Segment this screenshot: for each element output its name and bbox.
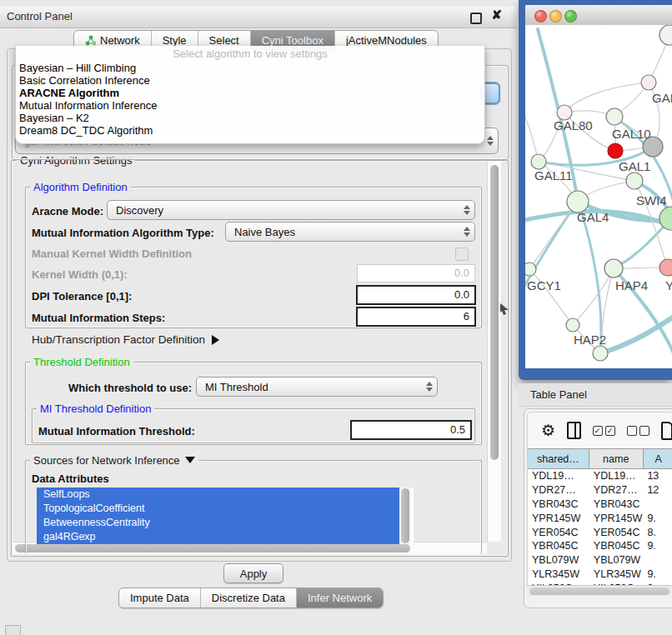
table-hscrollbar[interactable] [527, 585, 672, 597]
hub-definition-toggle[interactable]: Hub/Transcription Factor Definition [32, 333, 219, 346]
table-cell: YLR345W [528, 568, 589, 580]
column-header[interactable]: shared… [528, 449, 589, 468]
network-node[interactable] [608, 143, 623, 158]
network-node[interactable] [659, 25, 672, 45]
attribute-item-selected[interactable]: gal4RGexp [37, 530, 404, 544]
table-cell: YPR145W [528, 512, 589, 524]
network-window-titlebar[interactable] [525, 5, 672, 26]
table-cell: 9. [643, 512, 672, 524]
network-node[interactable] [531, 154, 546, 169]
sources-title-text: Sources for Network Inference [33, 454, 180, 467]
algorithm-option[interactable]: Dream8 DC_TDC Algorithm [16, 124, 484, 137]
settings-vscrollbar[interactable] [487, 162, 501, 542]
mouse-cursor [500, 303, 509, 315]
node-label: GAL4 [577, 210, 609, 224]
which-threshold-combobox[interactable]: MI Threshold [196, 377, 438, 397]
table-cell: YDL19… [528, 470, 589, 482]
manual-kernel-checkbox[interactable] [455, 248, 469, 261]
tab-infer-network[interactable]: Infer Network [296, 588, 383, 608]
mi-steps-field[interactable]: 6 [356, 307, 476, 327]
tab-label: Cyni Toolbox [262, 34, 323, 47]
columns-icon[interactable] [567, 422, 581, 439]
table-row[interactable]: YDL19…YDL19…13 [528, 469, 672, 483]
checked-boxes-icon[interactable]: ✓✓ [593, 426, 615, 436]
attributes-vscrollbar[interactable] [399, 488, 411, 544]
table-header-row: shared…nameA [528, 448, 672, 469]
table-cell: YDR27… [528, 484, 589, 496]
chevron-updown-icon [426, 382, 433, 392]
dpi-tolerance-label: DPI Tolerance [0,1]: [32, 290, 132, 302]
which-threshold-label: Which threshold to use: [68, 382, 192, 394]
data-attributes-list: SelfLoopsTopologicalCoefficientBetweenne… [37, 488, 414, 544]
table-cell: YBL079W [528, 554, 589, 566]
table-row[interactable]: YBL079WYBL079W [528, 553, 672, 568]
close-traffic-light[interactable] [534, 10, 547, 22]
network-node[interactable] [659, 259, 672, 276]
algorithm-option[interactable]: Mutual Information Inference [16, 99, 484, 112]
algorithm-option[interactable]: Bayesian – Hill Climbing [16, 62, 484, 74]
table-cell: YBR045C [528, 540, 589, 552]
minimize-traffic-light[interactable] [549, 10, 562, 22]
tab-label: Select [209, 34, 239, 47]
column-header[interactable]: name [589, 449, 644, 468]
network-node[interactable] [593, 346, 608, 361]
table-row[interactable]: YPR145WYPR145W9. [528, 511, 672, 525]
node-label: GAL10 [612, 127, 651, 141]
kernel-width-field[interactable]: 0.0 [357, 264, 475, 282]
table-cell: YER054C [528, 527, 589, 538]
column-header[interactable]: A [644, 449, 672, 468]
unchecked-boxes-icon[interactable] [627, 426, 649, 436]
collapsed-arrow-icon [212, 335, 219, 345]
mi-type-combobox[interactable]: Naive Bayes [225, 222, 475, 242]
zoom-traffic-light[interactable] [564, 10, 577, 22]
network-node[interactable] [525, 262, 536, 276]
mi-threshold-field[interactable]: 0.5 [350, 420, 472, 440]
apply-button[interactable]: Apply [223, 563, 283, 583]
table-row[interactable]: YDR27…YDR27…12 [528, 483, 672, 498]
attribute-item-selected[interactable]: TopologicalCoefficient [37, 502, 404, 516]
node-label: HAP4 [615, 278, 648, 292]
node-label: GAL80 [554, 118, 593, 132]
table-panel-title: Table Panel [530, 388, 587, 401]
aracne-mode-combobox[interactable]: Discovery [107, 200, 475, 220]
network-node[interactable] [659, 207, 672, 230]
network-node[interactable] [604, 259, 623, 278]
network-node[interactable] [606, 108, 623, 125]
algorithm-option[interactable]: Basic Correlation Inference [16, 74, 484, 87]
table-row[interactable]: YBR043CYBR043C [528, 498, 672, 512]
table-hscrollbar-thumb[interactable] [529, 588, 669, 595]
algorithm-option[interactable]: Bayesian – K2 [16, 112, 484, 124]
table-cell: 9. [643, 568, 672, 580]
node-label: GAL [652, 91, 672, 105]
tab-label: Network [100, 34, 140, 47]
sources-group-title[interactable]: Sources for Network Inference [30, 454, 198, 467]
tab-discretize-data[interactable]: Discretize Data [200, 588, 296, 608]
table-row[interactable]: YLR345WYLR345W9. [528, 568, 672, 582]
network-node[interactable] [626, 172, 643, 189]
dropdown-prompt: Select algorithm to view settings [16, 46, 484, 62]
close-icon[interactable]: ✘ [491, 8, 502, 22]
settings-vscrollbar-thumb[interactable] [490, 165, 499, 460]
table-row[interactable]: YBR045CYBR045C9. [528, 539, 672, 553]
table-panel-titlebar: Table Panel [519, 383, 672, 407]
attribute-item-selected[interactable]: BetweennessCentrality [37, 516, 404, 530]
network-node[interactable] [566, 318, 579, 332]
attributes-vscrollbar-thumb[interactable] [401, 488, 409, 543]
table-cell: YBR045C [589, 540, 644, 552]
manual-kernel-label: Manual Kernel Width Definition [32, 248, 192, 260]
network-node[interactable] [641, 75, 656, 90]
corner-grip[interactable] [5, 625, 21, 635]
document-icon[interactable] [661, 422, 672, 440]
table-cell: YBR043C [589, 498, 644, 510]
float-icon[interactable] [470, 12, 482, 24]
table-cell: 9. [643, 540, 672, 552]
algorithm-option[interactable]: ARACNE Algorithm [16, 87, 484, 99]
network-canvas[interactable]: GALGAL80GAL10GAL1GAL11SWI4GAL4GCY1HAP4YH… [525, 25, 672, 368]
attribute-item-selected[interactable]: SelfLoops [37, 488, 404, 502]
table-row[interactable]: YER054CYER054C8. [528, 525, 672, 539]
aracne-mode-value: Discovery [116, 204, 163, 217]
gear-icon[interactable]: ⚙ [541, 422, 555, 438]
dpi-tolerance-field[interactable]: 0.0 [356, 285, 476, 305]
tab-impute-data[interactable]: Impute Data [119, 588, 200, 608]
node-table[interactable]: shared…nameAYDL19…YDL19…13YDR27…YDR27…12… [527, 448, 672, 585]
